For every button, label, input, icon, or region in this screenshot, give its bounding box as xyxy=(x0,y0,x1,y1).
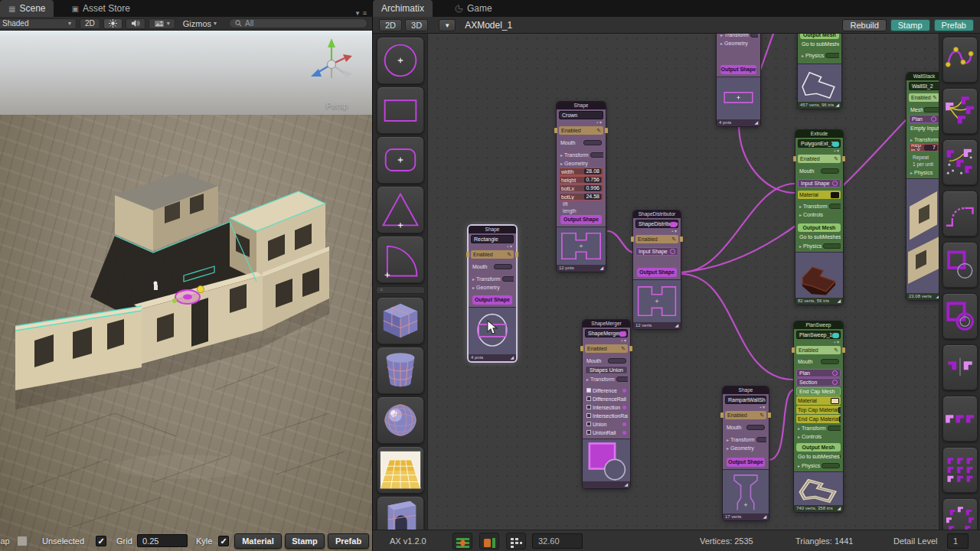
param-value[interactable]: 28.08 xyxy=(584,168,601,174)
resize-handle-icon[interactable]: ◢ xyxy=(837,298,841,305)
node-field-mouth[interactable]: Mouth xyxy=(471,262,514,271)
foldout-field[interactable] xyxy=(616,377,628,382)
checkbox[interactable] xyxy=(586,430,591,435)
tab-archimatix[interactable]: Archimatix xyxy=(373,0,433,17)
foldout-transform[interactable]: ▸Transform xyxy=(909,135,939,143)
palette-grid-repeat-icon[interactable] xyxy=(942,447,978,493)
foldout-field[interactable] xyxy=(822,463,840,468)
foldout-field[interactable] xyxy=(750,34,758,37)
foldout-transform[interactable]: ▸Transform xyxy=(725,435,766,443)
sidebar-toggle-icon[interactable] xyxy=(479,533,499,549)
checkbox[interactable] xyxy=(586,405,591,409)
checkbox[interactable] xyxy=(586,413,591,418)
enabled-row[interactable]: Enabled✎ xyxy=(796,346,841,354)
output-shape-button[interactable]: Output Shape xyxy=(727,458,765,467)
shape-socket-icon[interactable] xyxy=(832,181,838,186)
checkbox[interactable] xyxy=(586,422,591,426)
foldout-field[interactable] xyxy=(756,437,766,442)
palette-splitter[interactable]: ≡ xyxy=(376,286,425,294)
ax-stamp-button[interactable]: Stamp xyxy=(890,19,930,31)
foldout-controls[interactable]: ▸Controls xyxy=(798,210,841,218)
foldout-transform[interactable]: ▸Transform xyxy=(719,34,758,38)
field-slider[interactable] xyxy=(821,359,839,364)
palette-rectangle-icon[interactable] xyxy=(377,86,424,134)
field-slider[interactable] xyxy=(746,425,765,430)
node-thumbnail-hplan[interactable] xyxy=(557,227,606,265)
snap-checkbox[interactable] xyxy=(17,536,28,546)
foldout-geometry[interactable]: ▸Geometry xyxy=(559,159,603,167)
node-rectangle-shape[interactable]: ShapeRectangle• ▾Enabled✎Mouth▸Transform… xyxy=(469,226,516,361)
node-name-field[interactable]: WallSt_2 xyxy=(909,82,939,90)
foldout-physics[interactable]: ▸Physics xyxy=(798,242,841,249)
foldout-transform[interactable]: ▸Transform xyxy=(471,275,514,282)
resize-handle-icon[interactable]: ◢ xyxy=(754,119,758,126)
resize-handle-icon[interactable]: ◢ xyxy=(624,481,628,488)
node-field-go-to-submeshes[interactable]: Go to subMeshes xyxy=(796,452,841,461)
output-option-union[interactable]: Union xyxy=(585,420,628,428)
output-option-unionrail[interactable]: UnionRail xyxy=(585,429,628,436)
enabled-row[interactable]: Enabled✎ xyxy=(635,235,678,243)
material-swatch[interactable] xyxy=(831,398,839,404)
node-plan-sweep[interactable]: PlanSweepPlanSweep_1• ▾Enabled✎MouthPlan… xyxy=(794,321,843,512)
resize-handle-icon[interactable]: ◢ xyxy=(763,514,766,520)
param-botly[interactable]: botLy24.58 xyxy=(559,193,603,201)
enabled-row[interactable]: Enabled✎ xyxy=(585,344,628,353)
palette-cylinder-icon[interactable] xyxy=(377,347,424,394)
material-row-end-cap-material[interactable]: End Cap Material xyxy=(796,415,841,423)
palette-sphere-icon[interactable] xyxy=(377,396,424,444)
output-mesh-button[interactable]: Output Mesh xyxy=(800,34,839,39)
enabled-row[interactable]: Enabled✎ xyxy=(471,250,514,259)
resize-handle-icon[interactable]: ◢ xyxy=(837,505,841,512)
foldout-geometry[interactable]: ▸Geometry xyxy=(471,283,514,291)
palette-boolean-icon[interactable] xyxy=(942,293,978,339)
resize-handle-icon[interactable]: ◢ xyxy=(675,322,678,329)
foldout-field[interactable] xyxy=(828,425,841,431)
node-row-end-cap-mesh[interactable]: End Cap Mesh xyxy=(796,387,841,396)
material-row-material[interactable]: Material xyxy=(798,191,841,199)
persp-label[interactable]: Persp xyxy=(312,101,361,110)
node-output-mesh-top[interactable]: Output MeshGo to subMeshes▸Physics457 ve… xyxy=(798,34,841,109)
grid-size-input[interactable]: 0.25 xyxy=(137,534,188,547)
lighting-toggle-button[interactable] xyxy=(103,18,122,29)
node-rampart-wall-shape[interactable]: ShapeRampartWallShape• ▾Enabled✎Mouth▸Tr… xyxy=(723,386,769,520)
shape-socket-icon[interactable] xyxy=(670,249,675,254)
input-socket-row-plan[interactable]: Plan xyxy=(909,115,939,123)
enabled-row[interactable]: Enabled✎ xyxy=(798,155,841,163)
palette-distributor-icon[interactable] xyxy=(942,88,978,134)
input-socket-row-input-shape[interactable]: Input Shape xyxy=(798,179,841,187)
enabled-row[interactable]: Enabled✎ xyxy=(559,126,603,135)
param-height[interactable]: height0.756 xyxy=(559,176,603,184)
node-graph-canvas[interactable]: ▸Transform▸GeometryOutput Shape4 pnts◢Ou… xyxy=(373,34,980,530)
palette-triangle-icon[interactable] xyxy=(377,186,424,233)
foldout-physics[interactable]: ▸Physics xyxy=(909,168,939,176)
node-thumbnail-profile[interactable] xyxy=(723,469,769,514)
output-option-intersection[interactable]: Intersection xyxy=(585,403,628,411)
node-name-field[interactable]: ShapeDistributor_1 xyxy=(635,220,678,228)
node-field-go-to-submeshes[interactable]: Go to subMeshes xyxy=(800,40,839,48)
enabled-row[interactable]: Enabled✎ xyxy=(909,93,939,102)
resize-handle-icon[interactable]: ◢ xyxy=(599,265,603,272)
node-field-mouth[interactable]: Mouth xyxy=(559,139,603,147)
output-mesh-button[interactable]: Output Mesh xyxy=(796,443,841,452)
output-shape-button[interactable]: Output Shape xyxy=(720,65,756,74)
foldout-field[interactable] xyxy=(825,53,839,58)
foldout-controls[interactable]: ▸Controls xyxy=(796,432,841,440)
material-button[interactable]: Material xyxy=(234,533,282,549)
output-option-difference[interactable]: Difference xyxy=(585,386,628,394)
shading-dropdown[interactable]: Shaded▾ xyxy=(0,18,77,29)
selection-checkbox[interactable]: ✓ xyxy=(96,536,106,546)
field-slider[interactable] xyxy=(923,107,939,112)
output-socket-icon[interactable] xyxy=(622,406,626,409)
material-swatch[interactable] xyxy=(831,192,839,198)
ax-prefab-button[interactable]: Prefab xyxy=(934,19,974,31)
palette-offset-icon[interactable] xyxy=(942,242,978,288)
output-shape-button[interactable]: Output Shape xyxy=(637,268,677,277)
palette-radial-repeat-icon[interactable] xyxy=(942,498,978,530)
scene-viewport[interactable]: Persp Snap Unselected ✓ Grid 0.25 Kyle ✓… xyxy=(0,31,372,551)
palette-spline-icon[interactable] xyxy=(942,37,978,83)
palette-scatter-icon[interactable] xyxy=(942,139,978,185)
palette-circle-icon[interactable] xyxy=(377,37,424,84)
foldout-transform[interactable]: ▸Transform xyxy=(796,424,841,432)
audio-toggle-button[interactable] xyxy=(126,18,145,29)
palette-rounded-rect-icon[interactable] xyxy=(377,136,424,184)
